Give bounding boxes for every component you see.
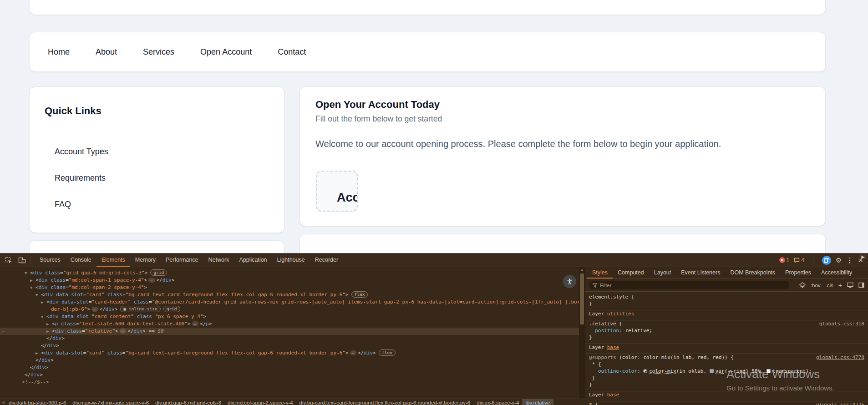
devtools-tab-application[interactable]: Application xyxy=(234,253,272,267)
styles-row[interactable]: } xyxy=(585,375,868,381)
console-message-badge[interactable]: 4 xyxy=(794,257,804,263)
styles-tab-dom-breakpoints[interactable]: DOM Breakpoints xyxy=(725,267,780,278)
tree-row[interactable]: ▼<div data-slot="card-content" class="px… xyxy=(0,313,579,320)
layer-link[interactable]: base xyxy=(607,392,619,398)
devtools-tab-network[interactable]: Network xyxy=(203,253,234,267)
tree-row[interactable]: ▶<div data-slot="card-header" class="@co… xyxy=(0,299,579,306)
expand-arrow-closed-icon[interactable]: ▶ xyxy=(36,349,38,357)
dashed-placeholder-box[interactable]: Acc xyxy=(316,171,358,212)
tree-row[interactable]: </div> xyxy=(0,357,579,364)
expand-arrow-closed-icon[interactable]: ▶ xyxy=(46,328,49,335)
styles-row[interactable]: * { xyxy=(585,361,868,368)
device-toolbar-icon[interactable] xyxy=(18,256,26,264)
devtools-tab-memory[interactable]: Memory xyxy=(130,253,161,267)
tree-row[interactable]: ▼<div class="grid gap-6 md:grid-cols-3">… xyxy=(0,269,579,277)
elements-scrollbar[interactable]: ▲ xyxy=(579,267,585,399)
expand-arrow-closed-icon[interactable]: ▶ xyxy=(41,299,43,306)
nav-item-about[interactable]: About xyxy=(96,47,117,57)
scrollbar-thumb[interactable] xyxy=(580,273,584,324)
badge-inline-size[interactable]: ▣ inline-size xyxy=(120,306,160,312)
toggle-sidebar-icon[interactable] xyxy=(858,282,864,288)
styles-row[interactable]: Layer base xyxy=(585,344,868,351)
nav-item-home[interactable]: Home xyxy=(48,47,70,57)
badge-grid[interactable]: grid xyxy=(150,269,167,276)
css-function-link[interactable]: var xyxy=(716,368,725,374)
color-swatch-icon[interactable] xyxy=(710,369,714,373)
styles-tab-computed[interactable]: Computed xyxy=(613,267,649,278)
stylesheet-source-link[interactable]: globals.css:4775 xyxy=(816,401,864,405)
tree-row[interactable]: </div> xyxy=(0,342,579,349)
css-function-link[interactable]: color-mix xyxy=(649,368,676,374)
expand-arrow-open-icon[interactable]: ▼ xyxy=(41,313,43,320)
expand-arrow-closed-icon[interactable]: ▶ xyxy=(30,277,32,284)
devtools-tab-performance[interactable]: Performance xyxy=(161,253,203,267)
tree-row[interactable]: ▶<div class="md:col-span-1 space-y-4">…<… xyxy=(0,277,579,284)
ellipsis-expander[interactable]: … xyxy=(148,278,155,283)
styles-row[interactable]: } xyxy=(585,381,868,388)
nav-item-services[interactable]: Services xyxy=(143,47,174,57)
tree-row-selected[interactable]: ⋯▶<div class="relative">…</div> == $0 xyxy=(0,328,579,335)
devtools-tab-recorder[interactable]: Recorder xyxy=(310,253,343,267)
nav-item-open-account[interactable]: Open Account xyxy=(200,47,252,57)
expand-arrow-open-icon[interactable]: ▼ xyxy=(36,291,38,299)
styles-tab-event-listeners[interactable]: Event Listeners xyxy=(676,267,725,278)
styles-row[interactable]: .relative {globals.css:318 xyxy=(585,320,868,327)
computed-styles-icon[interactable] xyxy=(847,282,853,288)
devtools-tab-elements[interactable]: Elements xyxy=(96,253,130,267)
layer-link[interactable]: base xyxy=(607,344,619,350)
error-count-badge[interactable]: ✕ 1 xyxy=(779,257,790,263)
styles-row[interactable]: Layer base xyxy=(585,391,868,398)
styles-row[interactable]: } xyxy=(585,300,868,307)
toggle-class-button[interactable]: .cls xyxy=(826,283,833,288)
color-swatch-icon[interactable] xyxy=(643,369,647,373)
breadcrumb-scroll-right-icon[interactable]: ▶ xyxy=(859,253,867,259)
tree-row[interactable]: ▶<div data-slot="card" class="bg-card te… xyxy=(0,349,579,357)
ellipsis-expander[interactable]: … xyxy=(192,321,198,326)
styles-tab-layout[interactable]: Layout xyxy=(649,267,676,278)
styles-row[interactable]: Layer utilities xyxy=(585,310,868,317)
devtools-tab-lighthouse[interactable]: Lighthouse xyxy=(272,253,310,267)
toggle-hover-state-button[interactable]: :hov xyxy=(811,283,821,288)
device-mode-notification-icon[interactable] xyxy=(822,256,831,265)
row-overflow-dots[interactable]: ⋯ xyxy=(2,328,5,335)
stylesheet-source-link[interactable]: globals.css:318 xyxy=(819,320,864,327)
badge-grid[interactable]: grid xyxy=(163,306,180,312)
expand-arrow-open-icon[interactable]: ▼ xyxy=(25,269,27,277)
layer-link[interactable]: utilities xyxy=(607,311,635,317)
styles-row[interactable]: * {globals.css:4775 xyxy=(585,401,868,405)
ellipsis-expander[interactable]: … xyxy=(91,307,98,312)
devtools-tab-console[interactable]: Console xyxy=(66,253,96,267)
tree-row[interactable]: </div> xyxy=(0,371,579,379)
breadcrumb-crumb[interactable]: div.bg-card.text-card-foreground.flex.fl… xyxy=(296,399,474,405)
styles-row[interactable]: element.style { xyxy=(585,294,868,300)
breadcrumb-scroll-left-icon[interactable]: ◀ xyxy=(0,399,5,405)
accessibility-tree-toggle-button[interactable] xyxy=(563,275,576,288)
styles-tab-styles[interactable]: Styles xyxy=(587,267,613,278)
breadcrumb-crumb[interactable]: div.max-w-7xl.mx-auto.space-y-6 xyxy=(69,399,152,405)
tree-row[interactable]: ▼<div class="md:col-span-2 space-y-4"> xyxy=(0,284,579,291)
scroll-up-arrow[interactable]: ▲ xyxy=(579,268,585,272)
badge-flex[interactable]: flex xyxy=(379,349,396,356)
quick-link-faq[interactable]: FAQ xyxy=(55,200,108,209)
tree-row[interactable]: der-b]:pb-6">…</div>▣ inline-sizegrid xyxy=(0,306,579,313)
styles-row[interactable]: outline-color: color-mix(in oklab, var(-… xyxy=(585,368,868,375)
tree-row[interactable]: </div> xyxy=(0,335,579,342)
badge-flex[interactable]: flex xyxy=(351,291,368,298)
kebab-menu-icon[interactable]: ⋮ xyxy=(846,257,853,263)
ellipsis-expander[interactable]: … xyxy=(350,350,356,355)
stylesheet-source-link[interactable]: globals.css:4778 xyxy=(816,354,864,361)
quick-link-account-types[interactable]: Account Types xyxy=(55,147,108,157)
styles-row[interactable]: position: relative; xyxy=(585,327,868,334)
quick-link-requirements[interactable]: Requirements xyxy=(55,173,108,183)
breadcrumb-crumb[interactable]: div.dark:bg-slate-900.p-6 xyxy=(5,399,69,405)
styles-tab-properties[interactable]: Properties xyxy=(780,267,816,278)
inspect-element-icon[interactable] xyxy=(5,256,12,264)
nav-item-contact[interactable]: Contact xyxy=(278,47,306,57)
color-swatch-icon[interactable] xyxy=(766,369,771,373)
tree-row[interactable]: </div> xyxy=(0,364,579,371)
tree-row[interactable]: ▶<p class="text-slate-600 dark:text-slat… xyxy=(0,320,579,328)
breadcrumb-crumb[interactable]: div.relative xyxy=(522,399,553,405)
styles-filter-input[interactable]: Filter xyxy=(589,281,789,289)
tree-row[interactable]: ▼<div data-slot="card" class="bg-card te… xyxy=(0,291,579,299)
tree-row[interactable]: <!--/$--> xyxy=(0,379,579,386)
